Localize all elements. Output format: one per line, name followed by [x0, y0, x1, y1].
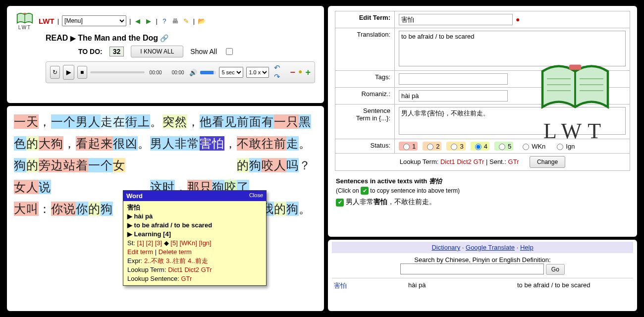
slower-button[interactable]: −	[290, 67, 296, 78]
term[interactable]: 很凶	[113, 136, 138, 151]
term[interactable]: 旁边	[39, 158, 63, 172]
stop-button[interactable]: ■	[77, 66, 87, 79]
term[interactable]: 不敢	[237, 136, 262, 151]
status-4[interactable]: 4	[471, 142, 489, 151]
clip-icon[interactable]: 🔗	[160, 34, 168, 42]
rewind-select[interactable]: 5 sec	[219, 67, 243, 78]
todo-label: TO DO:	[78, 48, 103, 55]
repeat-button[interactable]: ↻	[50, 66, 60, 79]
gtr-link[interactable]: GTr	[473, 158, 484, 165]
term[interactable]: 一天	[14, 114, 39, 129]
term[interactable]: 前面	[237, 114, 262, 129]
status-1[interactable]: 1	[399, 142, 418, 151]
term[interactable]: 有	[262, 114, 274, 129]
term[interactable]: 街上	[125, 114, 150, 129]
term[interactable]: 狗	[14, 158, 26, 172]
help-link[interactable]: Help	[520, 244, 534, 251]
status-2[interactable]: 2	[423, 142, 441, 151]
change-button[interactable]: Change	[530, 156, 565, 168]
print-icon[interactable]: 🖶	[171, 17, 179, 25]
main-menu-select[interactable]: [Menu]	[62, 15, 126, 26]
term[interactable]: 大狗	[39, 136, 63, 151]
term[interactable]: 狗	[249, 158, 262, 172]
term[interactable]: 男人	[76, 114, 101, 129]
popup-title: Word	[126, 192, 143, 200]
show-all-checkbox[interactable]	[226, 48, 233, 55]
term[interactable]: 你说	[51, 202, 76, 216]
dict-result-row[interactable]: 害怕 hài pà to be afraid / to be scared	[332, 278, 633, 293]
term[interactable]: 说	[39, 180, 51, 194]
term[interactable]: 一个	[88, 158, 113, 172]
next-icon[interactable]: ▶	[145, 17, 153, 25]
dict-search-input[interactable]	[400, 264, 544, 274]
know-all-button[interactable]: I KNOW ALL	[131, 46, 183, 57]
dictionary-link[interactable]: Dictionary	[431, 244, 460, 251]
faster-button[interactable]: +	[305, 67, 311, 78]
svg-rect-0	[23, 12, 26, 14]
label-status: Status:	[335, 139, 395, 154]
volume-icon[interactable]: 🔊	[189, 68, 197, 76]
status-links[interactable]: [1] [2] [3]	[137, 239, 162, 247]
term[interactable]: 狗	[101, 202, 113, 216]
term[interactable]: 女人	[14, 180, 39, 194]
play-button[interactable]: ▶	[63, 65, 74, 80]
dict2-link[interactable]: Dict2	[457, 158, 472, 165]
term[interactable]: 的	[237, 158, 249, 172]
edit-icon[interactable]: ✎	[182, 17, 190, 25]
term[interactable]: 一只	[274, 114, 299, 129]
term[interactable]: 的	[26, 136, 39, 151]
prev-icon[interactable]: ◀	[134, 17, 142, 25]
edit-term-link[interactable]: Edit term	[127, 248, 153, 256]
term[interactable]: 你	[76, 202, 88, 216]
gtr-sent-link[interactable]: GTr	[508, 158, 519, 165]
seek-bar[interactable]	[90, 71, 145, 73]
term[interactable]: 女	[113, 158, 125, 172]
go-button[interactable]: Go	[546, 264, 565, 275]
term[interactable]: 咬人	[262, 158, 286, 172]
dict1-link[interactable]: Dict1	[440, 158, 455, 165]
status-links2[interactable]: [5] [WKn] [Ign]	[170, 239, 211, 247]
delete-term-link[interactable]: Delete term	[159, 248, 192, 256]
volume-bar[interactable]	[200, 71, 216, 74]
status-3[interactable]: 3	[446, 142, 465, 151]
rewind-icon[interactable]: ↶	[274, 63, 280, 72]
term[interactable]: 走	[286, 136, 299, 151]
term-selected[interactable]: 害怕	[200, 136, 224, 151]
status-5[interactable]: 5	[494, 142, 513, 151]
audio-player: ↻ ▶ ■ 00:00 00:00 🔊 5 sec 1.0 x ↶ ↷ − ● …	[46, 61, 315, 83]
term[interactable]: 男人	[150, 136, 175, 151]
romaniz-input[interactable]	[399, 90, 508, 102]
edit-term-panel: Edit Term: ● Translation: Tags: Romaniz.…	[328, 6, 637, 237]
expr-links[interactable]: 2..不敢 3..往前 4..前走	[144, 257, 208, 264]
term[interactable]: 非常	[175, 136, 200, 151]
speed-select[interactable]: 1.0 x	[246, 67, 269, 78]
term[interactable]: 吗	[286, 158, 299, 172]
forward-icon[interactable]: ↷	[274, 72, 280, 81]
dict2-link[interactable]: Dict2	[184, 266, 199, 273]
tags-input[interactable]	[399, 73, 508, 85]
brand[interactable]: LWT	[39, 17, 54, 25]
copy-sentence-button[interactable]: ✔	[336, 199, 344, 207]
term[interactable]: 狗	[286, 202, 299, 216]
popup-term: 害怕	[127, 204, 140, 211]
term[interactable]: 的	[274, 202, 286, 216]
term[interactable]: 看起来	[76, 136, 113, 151]
folder-icon[interactable]: 📂	[198, 17, 206, 25]
term[interactable]: 大叫	[14, 202, 39, 216]
term-input[interactable]	[399, 14, 513, 25]
term[interactable]: 看见	[212, 114, 237, 129]
term[interactable]: 的	[88, 202, 101, 216]
term[interactable]: 的	[26, 158, 39, 172]
term[interactable]: 往前	[262, 136, 286, 151]
gtr-link[interactable]: GTr	[201, 266, 212, 273]
help-icon[interactable]: ?	[161, 17, 168, 25]
term[interactable]: 突然	[162, 114, 187, 129]
term[interactable]: 站着	[63, 158, 88, 172]
gtr-sent-link[interactable]: GTr	[181, 275, 192, 282]
term[interactable]: 他	[200, 114, 212, 129]
google-translate-link[interactable]: Google Translate	[466, 244, 515, 251]
term[interactable]: 一个	[51, 114, 76, 129]
dict1-link[interactable]: Dict1	[168, 266, 183, 273]
term[interactable]: 走在	[101, 114, 125, 129]
popup-close[interactable]: Close	[249, 192, 263, 200]
